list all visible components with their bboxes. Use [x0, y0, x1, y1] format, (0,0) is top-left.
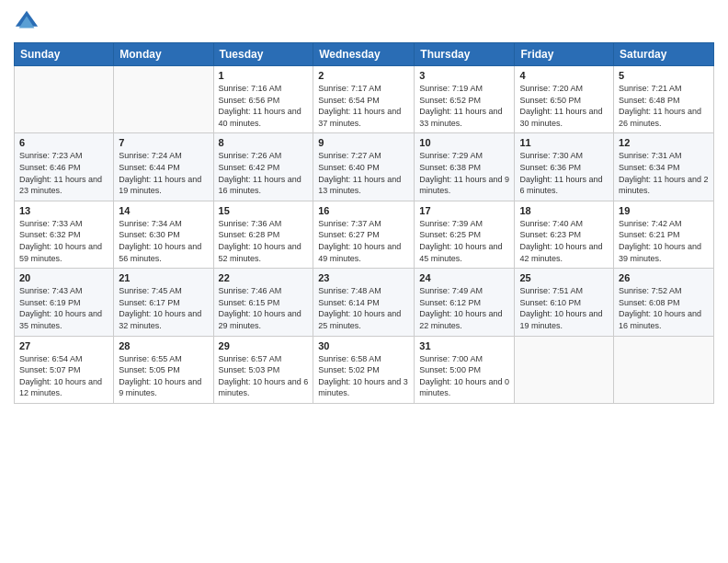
calendar-cell: 9Sunrise: 7:27 AM Sunset: 6:40 PM Daylig… [313, 133, 415, 201]
day-number: 17 [419, 205, 509, 216]
calendar-cell: 27Sunrise: 6:54 AM Sunset: 5:07 PM Dayli… [15, 336, 114, 403]
day-info: Sunrise: 7:26 AM Sunset: 6:42 PM Dayligh… [219, 150, 309, 196]
weekday-header: Sunday [15, 43, 114, 66]
day-info: Sunrise: 7:31 AM Sunset: 6:34 PM Dayligh… [619, 150, 709, 196]
calendar-cell: 29Sunrise: 6:57 AM Sunset: 5:03 PM Dayli… [213, 336, 313, 403]
calendar-cell: 14Sunrise: 7:34 AM Sunset: 6:30 PM Dayli… [114, 201, 213, 268]
weekday-header: Monday [114, 43, 213, 66]
calendar-cell: 18Sunrise: 7:40 AM Sunset: 6:23 PM Dayli… [515, 201, 614, 268]
day-info: Sunrise: 7:46 AM Sunset: 6:15 PM Dayligh… [219, 285, 309, 331]
day-number: 1 [219, 70, 309, 81]
calendar-cell: 8Sunrise: 7:26 AM Sunset: 6:42 PM Daylig… [213, 133, 313, 201]
day-info: Sunrise: 7:39 AM Sunset: 6:25 PM Dayligh… [419, 218, 509, 264]
day-number: 12 [619, 137, 709, 148]
day-number: 29 [219, 340, 309, 351]
calendar-cell: 10Sunrise: 7:29 AM Sunset: 6:38 PM Dayli… [415, 133, 515, 201]
calendar-cell: 15Sunrise: 7:36 AM Sunset: 6:28 PM Dayli… [213, 201, 313, 268]
calendar-cell: 30Sunrise: 6:58 AM Sunset: 5:02 PM Dayli… [313, 336, 415, 403]
calendar-week-row: 27Sunrise: 6:54 AM Sunset: 5:07 PM Dayli… [15, 336, 714, 403]
calendar-cell: 26Sunrise: 7:52 AM Sunset: 6:08 PM Dayli… [614, 269, 714, 336]
day-number: 27 [19, 340, 108, 351]
calendar-cell: 12Sunrise: 7:31 AM Sunset: 6:34 PM Dayli… [614, 133, 714, 201]
day-number: 6 [19, 137, 108, 148]
day-info: Sunrise: 7:30 AM Sunset: 6:36 PM Dayligh… [519, 150, 609, 196]
day-info: Sunrise: 6:54 AM Sunset: 5:07 PM Dayligh… [19, 353, 108, 399]
calendar-week-row: 13Sunrise: 7:33 AM Sunset: 6:32 PM Dayli… [15, 201, 714, 268]
day-number: 19 [619, 205, 709, 216]
day-number: 21 [119, 272, 208, 283]
day-number: 25 [519, 272, 609, 283]
day-info: Sunrise: 7:51 AM Sunset: 6:10 PM Dayligh… [519, 285, 609, 331]
calendar-cell: 7Sunrise: 7:24 AM Sunset: 6:44 PM Daylig… [114, 133, 213, 201]
day-info: Sunrise: 6:58 AM Sunset: 5:02 PM Dayligh… [318, 353, 409, 399]
day-number: 7 [119, 137, 208, 148]
weekday-header: Thursday [415, 43, 515, 66]
calendar-cell: 23Sunrise: 7:48 AM Sunset: 6:14 PM Dayli… [313, 269, 415, 336]
day-number: 13 [19, 205, 108, 216]
calendar-cell: 25Sunrise: 7:51 AM Sunset: 6:10 PM Dayli… [515, 269, 614, 336]
day-number: 11 [519, 137, 609, 148]
calendar-week-row: 20Sunrise: 7:43 AM Sunset: 6:19 PM Dayli… [15, 269, 714, 336]
calendar-cell: 4Sunrise: 7:20 AM Sunset: 6:50 PM Daylig… [515, 66, 614, 133]
calendar-cell: 5Sunrise: 7:21 AM Sunset: 6:48 PM Daylig… [614, 66, 714, 133]
day-info: Sunrise: 7:33 AM Sunset: 6:32 PM Dayligh… [19, 218, 108, 264]
day-number: 31 [419, 340, 509, 351]
day-number: 18 [519, 205, 609, 216]
day-info: Sunrise: 7:24 AM Sunset: 6:44 PM Dayligh… [119, 150, 208, 196]
day-info: Sunrise: 6:55 AM Sunset: 5:05 PM Dayligh… [119, 353, 208, 399]
calendar-cell: 21Sunrise: 7:45 AM Sunset: 6:17 PM Dayli… [114, 269, 213, 336]
day-number: 24 [419, 272, 509, 283]
calendar-cell: 20Sunrise: 7:43 AM Sunset: 6:19 PM Dayli… [15, 269, 114, 336]
day-info: Sunrise: 7:19 AM Sunset: 6:52 PM Dayligh… [419, 83, 509, 129]
calendar-cell [114, 66, 213, 133]
calendar-week-row: 1Sunrise: 7:16 AM Sunset: 6:56 PM Daylig… [15, 66, 714, 133]
day-info: Sunrise: 7:16 AM Sunset: 6:56 PM Dayligh… [219, 83, 309, 129]
day-number: 10 [419, 137, 509, 148]
day-info: Sunrise: 7:49 AM Sunset: 6:12 PM Dayligh… [419, 285, 509, 331]
calendar-table: SundayMondayTuesdayWednesdayThursdayFrid… [14, 42, 714, 404]
calendar-cell: 1Sunrise: 7:16 AM Sunset: 6:56 PM Daylig… [213, 66, 313, 133]
weekday-header: Tuesday [213, 43, 313, 66]
day-number: 14 [119, 205, 208, 216]
calendar-week-row: 6Sunrise: 7:23 AM Sunset: 6:46 PM Daylig… [15, 133, 714, 201]
day-number: 3 [419, 70, 509, 81]
day-info: Sunrise: 7:23 AM Sunset: 6:46 PM Dayligh… [19, 150, 108, 196]
day-number: 2 [318, 70, 409, 81]
weekday-header: Friday [515, 43, 614, 66]
day-info: Sunrise: 7:17 AM Sunset: 6:54 PM Dayligh… [318, 83, 409, 129]
day-number: 20 [19, 272, 108, 283]
day-info: Sunrise: 7:21 AM Sunset: 6:48 PM Dayligh… [619, 83, 709, 129]
calendar-cell: 6Sunrise: 7:23 AM Sunset: 6:46 PM Daylig… [15, 133, 114, 201]
day-number: 30 [318, 340, 409, 351]
day-info: Sunrise: 7:00 AM Sunset: 5:00 PM Dayligh… [419, 353, 509, 399]
weekday-header: Wednesday [313, 43, 415, 66]
calendar-cell: 31Sunrise: 7:00 AM Sunset: 5:00 PM Dayli… [415, 336, 515, 403]
day-number: 8 [219, 137, 309, 148]
calendar-cell [515, 336, 614, 403]
day-number: 23 [318, 272, 409, 283]
day-number: 26 [619, 272, 709, 283]
weekday-header-row: SundayMondayTuesdayWednesdayThursdayFrid… [15, 43, 714, 66]
calendar-cell: 13Sunrise: 7:33 AM Sunset: 6:32 PM Dayli… [15, 201, 114, 268]
day-info: Sunrise: 7:36 AM Sunset: 6:28 PM Dayligh… [219, 218, 309, 264]
calendar-cell: 3Sunrise: 7:19 AM Sunset: 6:52 PM Daylig… [415, 66, 515, 133]
day-info: Sunrise: 7:48 AM Sunset: 6:14 PM Dayligh… [318, 285, 409, 331]
logo [14, 9, 43, 35]
day-number: 15 [219, 205, 309, 216]
calendar-cell: 19Sunrise: 7:42 AM Sunset: 6:21 PM Dayli… [614, 201, 714, 268]
calendar-cell: 28Sunrise: 6:55 AM Sunset: 5:05 PM Dayli… [114, 336, 213, 403]
day-info: Sunrise: 7:20 AM Sunset: 6:50 PM Dayligh… [519, 83, 609, 129]
day-info: Sunrise: 7:40 AM Sunset: 6:23 PM Dayligh… [519, 218, 609, 264]
calendar-cell [15, 66, 114, 133]
day-number: 22 [219, 272, 309, 283]
day-info: Sunrise: 6:57 AM Sunset: 5:03 PM Dayligh… [219, 353, 309, 399]
day-number: 4 [519, 70, 609, 81]
logo-icon [14, 9, 40, 35]
page: SundayMondayTuesdayWednesdayThursdayFrid… [0, 0, 728, 563]
day-number: 9 [318, 137, 409, 148]
day-info: Sunrise: 7:43 AM Sunset: 6:19 PM Dayligh… [19, 285, 108, 331]
calendar-cell: 11Sunrise: 7:30 AM Sunset: 6:36 PM Dayli… [515, 133, 614, 201]
weekday-header: Saturday [614, 43, 714, 66]
day-number: 28 [119, 340, 208, 351]
header [14, 9, 714, 35]
